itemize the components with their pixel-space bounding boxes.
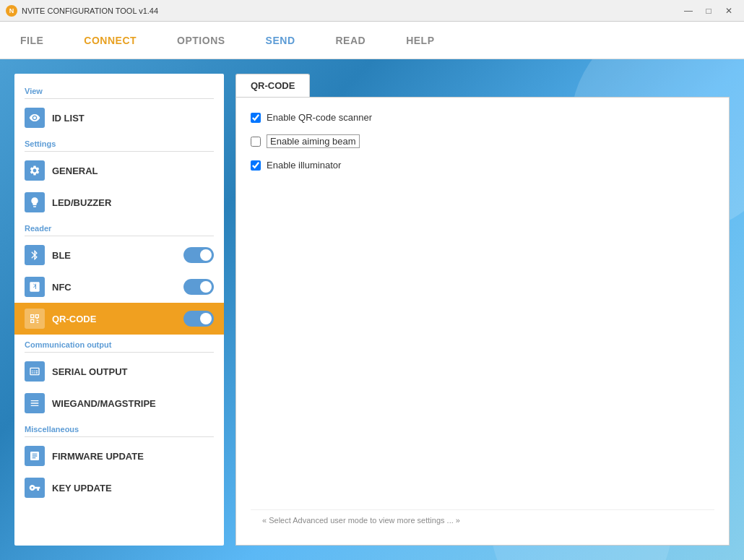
sidebar-item-serial[interactable]: SERIAL OUTPUT: [14, 356, 224, 387]
sidebar-item-firmware[interactable]: FIRMWARE UPDATE: [14, 440, 224, 472]
qr-toggle[interactable]: [183, 311, 214, 327]
minimize-button[interactable]: —: [679, 3, 698, 19]
ble-toggle[interactable]: [183, 247, 214, 263]
titlebar-left: N NVITE CONFIGURATION TOOL v1.44: [6, 5, 158, 17]
section-view-label: View: [14, 81, 224, 98]
app-title: NVITE CONFIGURATION TOOL v1.44: [22, 7, 158, 15]
nfc-toggle[interactable]: [183, 279, 214, 295]
content-panel: Enable QR-code scanner Enable aiming bea…: [235, 97, 730, 546]
menubar: FILE CONNECT OPTIONS SEND READ HELP: [0, 22, 744, 59]
sidebar-item-general[interactable]: GENERAL: [14, 155, 224, 186]
wiegand-label: WIEGAND/MAGSTRIPE: [52, 398, 214, 409]
sidebar-item-nfc[interactable]: NFC: [14, 271, 224, 303]
key-icon-box: [25, 478, 45, 498]
titlebar: N NVITE CONFIGURATION TOOL v1.44 — □ ✕: [0, 0, 744, 22]
led-icon-box: [25, 192, 45, 212]
menu-options[interactable]: OPTIONS: [171, 32, 231, 49]
menu-read[interactable]: READ: [330, 32, 372, 49]
firmware-label: FIRMWARE UPDATE: [52, 451, 214, 462]
enable-aiming-label: Enable aiming beam: [267, 134, 360, 148]
enable-illuminator-checkbox[interactable]: [251, 160, 261, 171]
wiegand-icon: [29, 397, 40, 409]
eye-icon: [29, 112, 40, 124]
enable-qr-checkbox[interactable]: [251, 113, 261, 123]
sidebar-item-led-buzzer[interactable]: LED/BUZZER: [14, 186, 224, 218]
serial-icon-box: [25, 361, 45, 382]
qr-code-label: QR-CODE: [52, 314, 176, 324]
app-logo: N: [6, 5, 17, 17]
menu-send[interactable]: SEND: [260, 32, 301, 49]
gear-icon-box: [25, 160, 45, 181]
id-list-label: ID LIST: [52, 113, 214, 124]
firmware-icon: [29, 450, 40, 462]
led-icon: [29, 197, 40, 208]
bluetooth-icon: [29, 249, 40, 261]
titlebar-controls: — □ ✕: [679, 3, 738, 19]
wiegand-icon-box: [25, 393, 45, 413]
enable-qr-row: Enable QR-code scanner: [251, 112, 714, 123]
serial-icon: [29, 366, 40, 377]
key-icon: [29, 482, 40, 494]
tab-qr-code[interactable]: QR-CODE: [235, 74, 310, 97]
nfc-icon: [29, 281, 40, 293]
menu-file[interactable]: FILE: [14, 32, 49, 49]
section-misc-label: Miscellaneous: [14, 419, 224, 436]
section-comm-label: Communication output: [14, 335, 224, 352]
eye-icon-box: [25, 108, 45, 128]
enable-illuminator-row: Enable illuminator: [251, 160, 714, 171]
enable-aiming-checkbox[interactable]: [251, 137, 261, 147]
bottom-hint: « Select Advanced user mode to view more…: [251, 509, 714, 530]
firmware-icon-box: [25, 446, 45, 466]
section-reader-label: Reader: [14, 218, 224, 236]
ble-label: BLE: [52, 250, 176, 261]
divider-settings: [25, 151, 214, 152]
bluetooth-icon-box: [25, 245, 45, 265]
serial-label: SERIAL OUTPUT: [52, 366, 214, 377]
tab-bar: QR-CODE: [235, 74, 730, 97]
sidebar-item-wiegand[interactable]: WIEGAND/MAGSTRIPE: [14, 387, 224, 419]
key-update-label: KEY UPDATE: [52, 483, 214, 494]
sidebar-item-key-update[interactable]: KEY UPDATE: [14, 472, 224, 504]
right-panel: QR-CODE Enable QR-code scanner Enable ai…: [235, 74, 730, 546]
led-buzzer-label: LED/BUZZER: [52, 197, 214, 208]
main-content: View ID LIST Settings GENERAL LED/BUZZER: [0, 59, 744, 560]
nfc-label: NFC: [52, 282, 176, 293]
close-button[interactable]: ✕: [719, 3, 738, 19]
general-label: GENERAL: [52, 165, 214, 176]
menu-connect[interactable]: CONNECT: [78, 32, 142, 49]
gear-icon: [29, 165, 40, 176]
enable-illuminator-label: Enable illuminator: [267, 160, 341, 171]
sidebar: View ID LIST Settings GENERAL LED/BUZZER: [14, 74, 224, 546]
sidebar-item-id-list[interactable]: ID LIST: [14, 102, 224, 134]
menu-help[interactable]: HELP: [400, 32, 440, 49]
maximize-button[interactable]: □: [699, 3, 718, 19]
divider-comm: [25, 352, 214, 353]
qr-icon: [29, 313, 40, 324]
sidebar-item-ble[interactable]: BLE: [14, 239, 224, 271]
divider-view: [25, 98, 214, 99]
enable-aiming-row: Enable aiming beam: [251, 134, 714, 148]
divider-reader: [25, 236, 214, 236]
sidebar-item-qr-code[interactable]: QR-CODE: [14, 303, 224, 335]
section-settings-label: Settings: [14, 134, 224, 151]
nfc-icon-box: [25, 277, 45, 297]
qr-icon-box: [25, 309, 45, 329]
enable-qr-label: Enable QR-code scanner: [267, 112, 372, 123]
divider-misc: [25, 436, 214, 437]
